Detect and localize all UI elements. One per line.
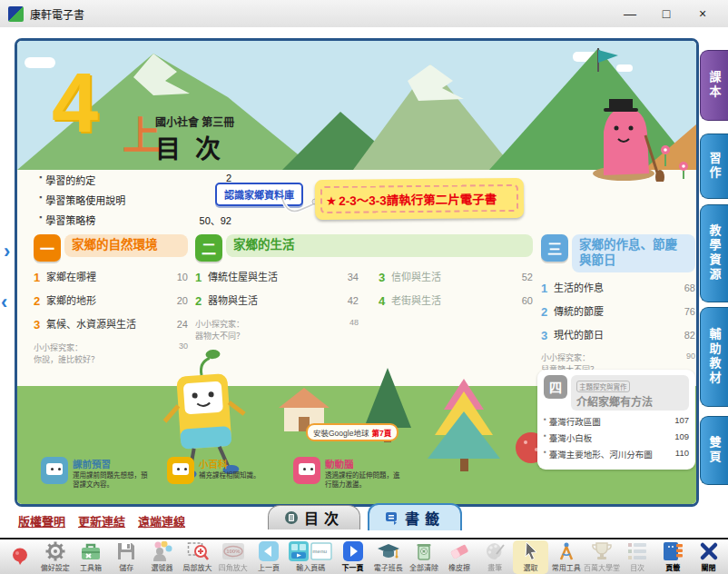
explorer-page: 30 <box>161 341 188 353</box>
toc-item[interactable]: 小小探究家： 48 器物大不同？ <box>195 318 359 341</box>
toc-item[interactable]: 學習策略榜 50、92 <box>39 213 231 227</box>
tab-auxiliary-materials[interactable]: 輔助教材 <box>700 307 728 407</box>
save-button[interactable]: 儲存 <box>109 540 144 574</box>
disc-notice-sticker[interactable]: ★2-3～3-3請執行第二片電子書 <box>315 178 524 220</box>
lesson-page: 42 <box>331 294 359 310</box>
panel-expand-chevron-icon[interactable]: › <box>4 243 10 260</box>
encyclopedia-robot-icon <box>167 457 194 484</box>
toc-item[interactable]: 學習策略使用說明 6 <box>39 193 231 207</box>
note-connector-line <box>279 193 319 217</box>
unit-1-badge-icon: 一 <box>34 234 61 262</box>
remote-link[interactable]: 遠端連線 <box>138 512 185 529</box>
lesson-title: 現代的節日 <box>554 329 668 344</box>
corner-zoom-button[interactable]: 100% 四角放大 <box>215 540 251 574</box>
google-earth-button[interactable]: 安裝Google地球 第7頁 <box>306 423 398 441</box>
toc-item[interactable]: 2 傳統的節慶 76 <box>541 305 695 321</box>
eraser-button[interactable]: 橡皮擦 <box>442 540 477 574</box>
toc-tab-icon <box>284 510 299 525</box>
toc-item[interactable]: 1 傳統住屋與生活 34 <box>195 271 359 286</box>
toc-item[interactable]: 小小探究家： 30 你說，誰比較好？ <box>34 341 188 365</box>
lesson-page: 34 <box>331 271 359 286</box>
toc-item[interactable]: 2 家鄉的地形 20 <box>34 294 188 310</box>
page-number-input-button[interactable]: menu 輸入頁碼 <box>287 540 335 574</box>
lesson-page: 82 <box>668 329 695 344</box>
toc-item[interactable]: 臺灣行政區圖 107 <box>544 415 689 428</box>
page-tabs-button[interactable]: 頁籤 <box>655 540 691 574</box>
zoom-100-label: 100% <box>226 549 240 554</box>
panel-collapse-chevron-icon[interactable]: ‹ <box>1 294 7 311</box>
close-button[interactable]: × <box>684 1 721 26</box>
lesson-page: 68 <box>668 282 695 297</box>
unit-3-badge-icon: 三 <box>541 234 568 262</box>
maximize-button[interactable]: □ <box>648 1 684 26</box>
window-title: 康軒電子書 <box>30 6 84 22</box>
graduation-cap-icon <box>377 541 400 561</box>
toc-item[interactable]: 臺灣小白板 109 <box>544 431 689 444</box>
pen-button[interactable]: 畫筆 <box>477 540 513 574</box>
legend: 課前預習 運用課前問題先想想，預習課文內容。 小百科 補充課程相關知識。 動動腦 <box>41 457 405 490</box>
toc-item[interactable]: 3 氣候、水資源與生活 24 <box>34 318 188 333</box>
toc-item[interactable]: 3 信仰與生活 52 <box>379 271 533 286</box>
google-earth-label: 安裝Google地球 <box>313 427 369 438</box>
common-tools-button[interactable]: 常用工具 <box>548 540 584 574</box>
prev-page-button[interactable]: 上一頁 <box>251 540 286 574</box>
partial-zoom-button[interactable]: 局部放大 <box>180 540 215 574</box>
lesson-title: 臺灣主要地形、河川分布圖 <box>549 448 667 460</box>
bottom-tab-toc[interactable]: 目次 <box>268 505 360 529</box>
unit-1-section: 一 家鄉的自然環境 1 家鄉在哪裡 10 2 家鄉的地形 20 3 <box>34 234 188 365</box>
toc-item-label: 學習策略使用說明 <box>45 193 192 207</box>
tab-workbook[interactable]: 習作 <box>700 134 728 199</box>
toc-tool-button[interactable]: 目次 <box>620 540 655 574</box>
balloon-logo-icon <box>11 547 29 567</box>
select-tool-button[interactable]: 選取 <box>513 540 548 574</box>
lesson-page: 107 <box>667 415 689 428</box>
explorer-page: 90 <box>668 351 695 363</box>
exit-button[interactable]: 關閉 <box>691 540 726 574</box>
clear-all-button[interactable]: 全部清除 <box>406 540 441 574</box>
mountain-scene-illustration <box>17 41 696 182</box>
gear-icon <box>45 541 65 561</box>
unit-1-title: 家鄉的自然環境 <box>64 234 188 257</box>
lesson-number: 3 <box>34 318 46 333</box>
lesson-number: 1 <box>195 271 208 286</box>
update-link[interactable]: 更新連結 <box>78 512 125 529</box>
legend-title: 動動腦 <box>325 457 405 470</box>
toc-item-label: 學習的約定 <box>45 173 192 187</box>
toc-item[interactable]: 1 家鄉在哪裡 10 <box>34 271 188 286</box>
window-titlebar: 康軒電子書 — □ × <box>0 0 728 28</box>
lesson-page: 76 <box>668 305 695 321</box>
copyright-link[interactable]: 版權聲明 <box>18 512 65 529</box>
brand-balloon-button[interactable] <box>2 540 37 574</box>
toc-item[interactable]: 3 現代的節日 82 <box>541 329 695 344</box>
explorer-label: 小小探究家： <box>195 318 331 330</box>
toc-item[interactable]: 1 生活的作息 68 <box>541 282 695 297</box>
tab-double-page[interactable]: 雙頁 <box>700 416 728 485</box>
next-page-button[interactable]: 下一頁 <box>335 540 370 574</box>
toc-item[interactable]: 4 老街與生活 60 <box>379 294 533 310</box>
preferences-button[interactable]: 偏好設定 <box>37 540 73 574</box>
number-picker-button[interactable]: 選號器 <box>144 540 180 574</box>
star-icon: ★ <box>326 194 337 208</box>
toc-item[interactable]: 臺灣主要地形、河川分布圖 110 <box>544 448 689 460</box>
lesson-title: 器物與生活 <box>208 294 331 310</box>
minimize-button[interactable]: — <box>612 1 648 26</box>
toolbox-icon <box>80 541 102 561</box>
lesson-page: 52 <box>506 271 533 286</box>
lesson-page: 110 <box>667 448 689 460</box>
tab-textbook[interactable]: 課本 <box>700 50 728 121</box>
legend-desc: 透過課程的延伸問題，進行腦力激盪。 <box>325 471 405 490</box>
toc-item[interactable]: 學習的約定 2 <box>39 173 231 187</box>
eraser-icon <box>448 541 470 561</box>
footer-links: 版權聲明 更新連結 遠端連線 <box>18 512 185 529</box>
unit-3-section: 三 家鄉的作息、節慶與節日 1 生活的作息 68 2 傳統的節慶 76 <box>541 234 695 375</box>
lesson-number: 1 <box>34 271 46 286</box>
class-monitor-button[interactable]: 電子班長 <box>370 540 406 574</box>
toc-item[interactable]: 2 器物與生活 42 <box>195 294 359 310</box>
legend-item-encyclopedia: 小百科 補充課程相關知識。 <box>167 457 279 490</box>
bottom-tab-bookmark[interactable]: 書籤 <box>368 503 462 530</box>
lesson-number: 2 <box>541 305 554 321</box>
bookmark-tab-label: 書籤 <box>405 507 445 529</box>
toolbox-button[interactable]: 工具箱 <box>73 540 108 574</box>
quiz-hall-button[interactable]: 百萬大學堂 <box>584 540 619 574</box>
tab-teaching-resources[interactable]: 教學資源 <box>700 204 728 302</box>
